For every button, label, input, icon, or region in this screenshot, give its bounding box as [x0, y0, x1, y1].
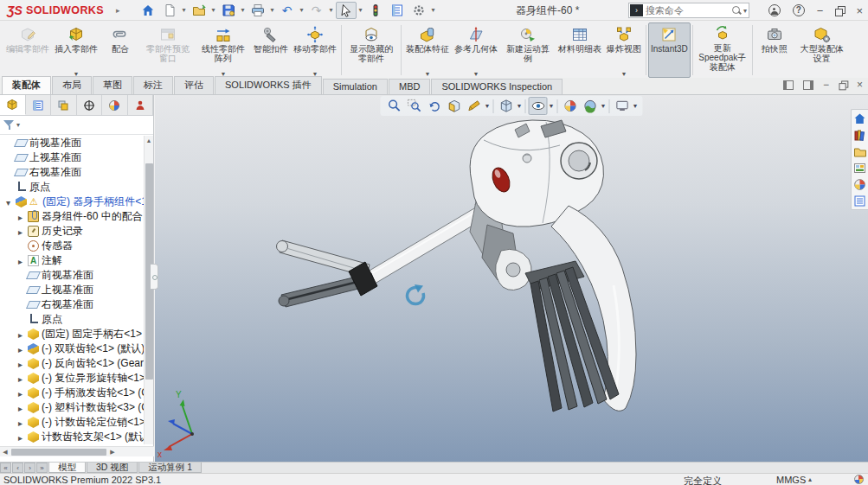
- tab-solidworks-addins[interactable]: SOLIDWORKS 插件: [215, 76, 322, 94]
- tree-item-part[interactable]: 计数齿轮支架<1> (默认) <<: [0, 430, 144, 444]
- scroll-up-icon[interactable]: ▲: [145, 136, 153, 146]
- ribbon-large-assembly-settings[interactable]: 大型装配体设置: [794, 22, 850, 78]
- tree-item-subassembly[interactable]: (固定) 器身手柄组件<1> (默: [0, 195, 144, 209]
- file-explorer-icon[interactable]: [853, 144, 867, 158]
- ribbon-bill-of-materials[interactable]: 材料明细表: [556, 22, 604, 78]
- document-minimize-button[interactable]: −: [823, 80, 829, 90]
- ribbon-show-hidden-components[interactable]: 显示隐藏的零部件: [344, 22, 399, 78]
- tree-item-front-plane[interactable]: 前视基准面: [0, 268, 144, 283]
- expand-icon[interactable]: [16, 329, 25, 341]
- previous-view-button[interactable]: [425, 97, 444, 115]
- expand-icon[interactable]: [16, 343, 25, 355]
- expand-icon[interactable]: [16, 387, 25, 399]
- tab-assembly[interactable]: 装配体: [2, 76, 51, 94]
- propertymanager-tab[interactable]: [26, 95, 52, 115]
- undo-button[interactable]: ↶: [277, 2, 298, 19]
- expand-icon[interactable]: [16, 431, 25, 444]
- tree-item-part[interactable]: (-) 反向齿轮<1> (GearTrax): [0, 356, 144, 371]
- expand-icon[interactable]: [16, 402, 25, 414]
- scroll-left-icon[interactable]: ◀: [0, 449, 10, 456]
- ribbon-reference-geometry[interactable]: 参考几何体 ▼: [452, 22, 500, 78]
- search-caret-icon[interactable]: ▾: [742, 7, 749, 15]
- new-caret-icon[interactable]: ▾: [181, 6, 188, 14]
- filter-caret-icon[interactable]: ▾: [16, 121, 20, 129]
- select-tool-button[interactable]: [336, 2, 357, 19]
- ribbon-insert-components[interactable]: 插入零部件 ▼: [52, 22, 100, 78]
- print-button[interactable]: [248, 2, 268, 19]
- tree-item-part[interactable]: (-) 手柄激发齿轮<1> (GearT: [0, 386, 144, 400]
- ribbon-smart-fasteners[interactable]: 智能扣件: [251, 22, 291, 78]
- annotation-views-button[interactable]: [465, 97, 484, 115]
- tree-item-right-plane[interactable]: 右视基准面: [0, 297, 144, 312]
- minimize-button[interactable]: −: [817, 5, 824, 16]
- tab-3d-views[interactable]: 3D 视图: [87, 463, 138, 473]
- ribbon-linear-component-pattern[interactable]: 线性零部件阵列 ▼: [196, 22, 251, 78]
- ribbon-move-component[interactable]: 移动零部件 ▼: [291, 22, 339, 78]
- expand-icon[interactable]: [16, 373, 25, 385]
- tree-item-part[interactable]: (-) 复位异形旋转轴<1> (默认: [0, 371, 144, 386]
- hide-show-items-button[interactable]: [529, 97, 548, 115]
- dropdown-caret-icon[interactable]: ▼: [601, 103, 607, 109]
- tab-solidworks-inspection[interactable]: SOLIDWORKS Inspection: [431, 79, 563, 94]
- custom-properties-icon[interactable]: [853, 194, 867, 207]
- tree-filter-row[interactable]: ▾: [0, 116, 153, 135]
- next-document-icon[interactable]: [803, 80, 813, 90]
- tree-item-history[interactable]: 历史记录: [0, 224, 144, 239]
- scrollbar-thumb[interactable]: [11, 449, 106, 456]
- tab-mbd[interactable]: MBD: [389, 79, 430, 94]
- redo-button[interactable]: ↷: [306, 2, 327, 19]
- undo-caret-icon[interactable]: ▾: [299, 6, 305, 14]
- document-close-button[interactable]: ×: [857, 80, 863, 90]
- tree-item-mates-folder[interactable]: 器身组件-60 中的配合: [0, 209, 144, 224]
- cam-manager-tab[interactable]: [128, 95, 154, 115]
- dropdown-caret-icon[interactable]: ▼: [621, 71, 627, 77]
- tree-item-top-plane[interactable]: 上视基准面: [0, 283, 144, 297]
- section-view-button[interactable]: [445, 97, 464, 115]
- view-settings-button[interactable]: [613, 97, 632, 115]
- close-button[interactable]: ×: [856, 5, 863, 16]
- view-palette-icon[interactable]: [853, 161, 867, 175]
- restore-button[interactable]: [835, 6, 844, 15]
- configurationmanager-tab[interactable]: [51, 95, 77, 115]
- ribbon-take-snapshot[interactable]: 拍快照: [755, 22, 794, 78]
- tree-item-part[interactable]: (固定) 固定手柄右<1> -> (默: [0, 327, 144, 341]
- search-icon[interactable]: [731, 5, 742, 16]
- print-caret-icon[interactable]: ▾: [269, 6, 276, 14]
- dimxpertmanager-tab[interactable]: [77, 95, 103, 115]
- display-style-button[interactable]: [497, 97, 516, 115]
- first-tab-button[interactable]: «: [0, 463, 11, 473]
- command-search[interactable]: › ▾: [628, 3, 749, 18]
- new-document-button[interactable]: [159, 2, 180, 19]
- graphics-viewport[interactable]: ▼ ▼ ▼ ▼ ▼: [155, 95, 868, 462]
- options-gear-button[interactable]: [408, 2, 429, 19]
- ribbon-exploded-view[interactable]: 爆炸视图 ▼: [604, 22, 644, 78]
- document-restore-button[interactable]: [839, 81, 846, 89]
- previous-tab-button[interactable]: ‹: [12, 463, 23, 473]
- last-tab-button[interactable]: »: [36, 463, 48, 473]
- expand-icon[interactable]: [16, 358, 25, 370]
- redo-caret-icon[interactable]: ▾: [328, 6, 335, 14]
- tree-item-sensors[interactable]: 传感器: [0, 239, 144, 253]
- expand-icon[interactable]: [16, 417, 25, 429]
- expand-icon[interactable]: [3, 196, 13, 208]
- task-list-button[interactable]: [387, 2, 408, 19]
- tab-model[interactable]: 模型: [48, 463, 86, 473]
- tree-vertical-scrollbar[interactable]: ▲: [144, 136, 153, 444]
- scroll-right-icon[interactable]: ▶: [107, 449, 118, 456]
- status-ball-icon[interactable]: [854, 475, 864, 484]
- ribbon-update-speedpak[interactable]: 更新Speedpak子装配体: [695, 22, 750, 78]
- ribbon-instant3d[interactable]: Instant3D: [648, 22, 691, 78]
- tab-sketch[interactable]: 草图: [93, 76, 132, 94]
- help-icon[interactable]: ?: [793, 4, 805, 16]
- menu-expand-icon[interactable]: ▸: [116, 6, 120, 15]
- dropdown-caret-icon[interactable]: ▼: [473, 71, 479, 77]
- tab-layout[interactable]: 布局: [52, 76, 92, 94]
- tab-markup[interactable]: 标注: [133, 76, 173, 94]
- displaymanager-tab[interactable]: [102, 95, 128, 115]
- tab-simulation[interactable]: Simulation: [323, 79, 388, 94]
- panel-collapse-handle[interactable]: [151, 264, 158, 290]
- tree-item-top-plane[interactable]: 上视基准面: [0, 150, 144, 165]
- simulation-advisor-button[interactable]: [365, 2, 386, 19]
- units-caret-icon[interactable]: ▴: [808, 475, 812, 483]
- tree-item-part[interactable]: (-) 计数齿轮定位销<1> (默认: [0, 415, 144, 430]
